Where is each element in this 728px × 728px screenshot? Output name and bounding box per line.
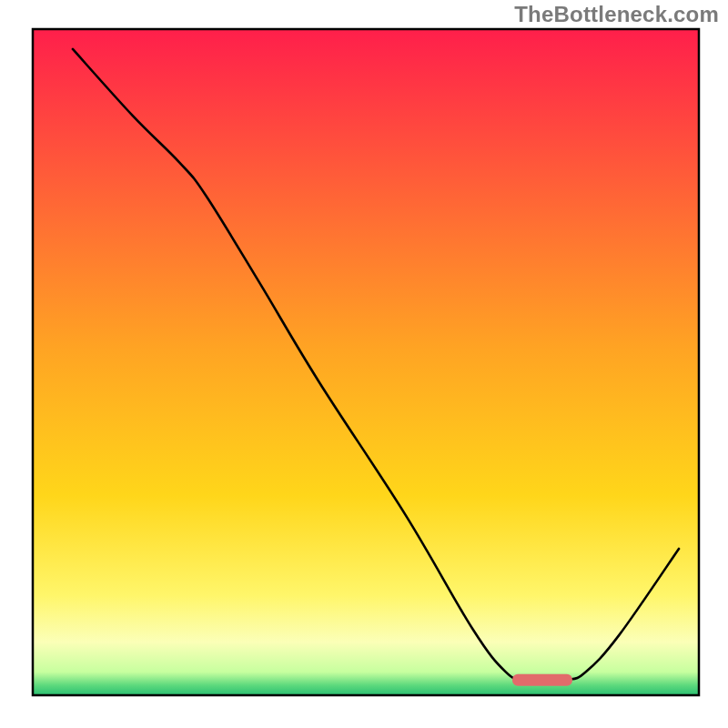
chart-canvas [0,0,728,728]
optimal-range-marker [512,674,572,686]
chart-background [33,29,699,695]
